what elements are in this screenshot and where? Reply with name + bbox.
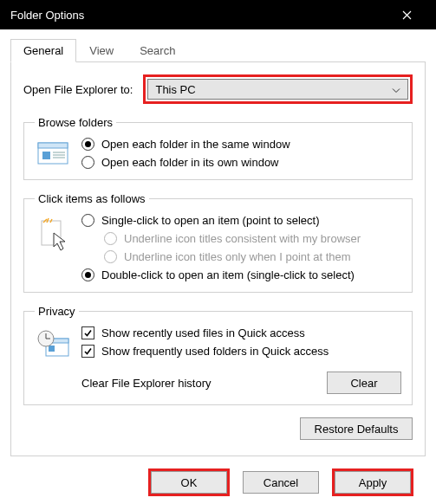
ok-button[interactable]: OK xyxy=(151,471,227,494)
clear-history-label: Clear File Explorer history xyxy=(81,377,327,390)
ok-highlight: OK xyxy=(148,468,230,496)
tab-general[interactable]: General xyxy=(10,39,76,62)
titlebar: Folder Options xyxy=(0,0,436,29)
browse-folders-legend: Browse folders xyxy=(35,116,116,129)
folder-window-icon xyxy=(35,138,73,169)
radio-single-click[interactable]: Single-click to open an item (point to s… xyxy=(81,214,401,227)
open-explorer-row: Open File Explorer to: This PC xyxy=(23,74,413,104)
dialog-footer: OK Cancel Apply xyxy=(10,456,426,501)
restore-defaults-button[interactable]: Restore Defaults xyxy=(300,417,413,440)
chevron-down-icon xyxy=(392,83,400,96)
click-icon xyxy=(35,214,73,281)
radio-icon xyxy=(81,214,94,227)
privacy-legend: Privacy xyxy=(35,305,79,318)
tab-strip: General View Search xyxy=(10,38,426,62)
tab-view[interactable]: View xyxy=(76,39,127,62)
click-items-legend: Click items as follows xyxy=(35,192,149,205)
click-items-group: Click items as follows Single-click to o… xyxy=(23,192,413,293)
svg-rect-2 xyxy=(42,152,50,159)
radio-underline-point: Underline icon titles only when I point … xyxy=(104,250,401,263)
radio-underline-browser: Underline icon titles consistent with my… xyxy=(104,232,401,245)
apply-highlight: Apply xyxy=(332,468,413,496)
radio-icon xyxy=(81,268,94,281)
checkbox-icon xyxy=(81,345,94,358)
clear-button[interactable]: Clear xyxy=(327,372,401,394)
tab-search[interactable]: Search xyxy=(127,39,188,62)
cancel-button[interactable]: Cancel xyxy=(243,471,319,494)
radio-label: Open each folder in the same window xyxy=(101,138,290,151)
close-icon xyxy=(402,10,412,20)
checkbox-label: Show frequently used folders in Quick ac… xyxy=(101,345,329,358)
radio-label: Double-click to open an item (single-cli… xyxy=(101,268,355,281)
radio-label: Single-click to open an item (point to s… xyxy=(101,214,319,227)
svg-rect-1 xyxy=(38,143,68,148)
radio-icon xyxy=(81,138,94,151)
radio-double-click[interactable]: Double-click to open an item (single-cli… xyxy=(81,268,401,281)
window-title: Folder Options xyxy=(10,9,387,22)
radio-own-window[interactable]: Open each folder in its own window xyxy=(81,156,401,169)
svg-rect-9 xyxy=(49,346,55,352)
check-frequent-folders[interactable]: Show frequently used folders in Quick ac… xyxy=(81,345,401,358)
open-explorer-value: This PC xyxy=(155,83,195,96)
checkbox-label: Show recently used files in Quick access xyxy=(101,326,305,339)
cancel-wrap: Cancel xyxy=(240,468,322,496)
radio-label: Underline icon titles only when I point … xyxy=(124,250,351,263)
radio-icon xyxy=(104,250,117,263)
privacy-group: Privacy xyxy=(23,305,413,405)
close-button[interactable] xyxy=(387,0,426,29)
radio-same-window[interactable]: Open each folder in the same window xyxy=(81,138,401,151)
tab-page-general: Open File Explorer to: This PC Browse fo… xyxy=(10,62,426,456)
radio-icon xyxy=(104,232,117,245)
browse-folders-group: Browse folders Open each folde xyxy=(23,116,413,180)
client-area: General View Search Open File Explorer t… xyxy=(0,29,436,504)
open-explorer-highlight: This PC xyxy=(143,74,413,104)
open-explorer-label: Open File Explorer to: xyxy=(23,83,133,96)
check-recent-files[interactable]: Show recently used files in Quick access xyxy=(81,326,401,339)
privacy-icon xyxy=(35,326,73,394)
checkbox-icon xyxy=(81,326,94,339)
apply-button[interactable]: Apply xyxy=(335,471,411,494)
radio-label: Underline icon titles consistent with my… xyxy=(124,232,361,245)
radio-label: Open each folder in its own window xyxy=(101,156,279,169)
open-explorer-dropdown[interactable]: This PC xyxy=(147,79,408,100)
radio-icon xyxy=(81,156,94,169)
